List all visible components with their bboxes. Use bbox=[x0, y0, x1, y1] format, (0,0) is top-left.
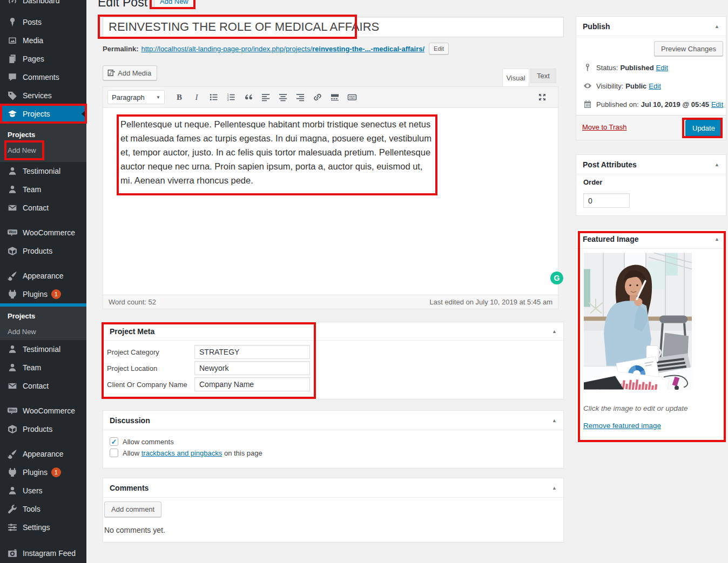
collapse-toggle-icon[interactable]: ▲ bbox=[714, 236, 719, 242]
active-item-arrow bbox=[82, 110, 86, 118]
project-category-label: Project Category bbox=[107, 348, 194, 356]
paragraph-format-dropdown[interactable]: Paragraph ▼ bbox=[107, 90, 165, 104]
sidebar-item-team[interactable]: Team bbox=[0, 180, 86, 199]
published-on-row: Published on:Jul 10, 2019 @ 05:45 Edit bbox=[583, 100, 723, 108]
sidebar-item-woocommerce[interactable]: WooCommerce bbox=[0, 223, 86, 242]
post-body-text[interactable]: Pellentesque ut neque. Pellentesque habi… bbox=[120, 117, 437, 187]
fullscreen-button[interactable] bbox=[535, 90, 549, 104]
align-center-button[interactable] bbox=[276, 90, 290, 104]
box-icon bbox=[8, 424, 17, 434]
preview-changes-button[interactable]: Preview Changes bbox=[654, 41, 723, 56]
editor-content-area[interactable]: Pellentesque ut neque. Pellentesque habi… bbox=[103, 108, 558, 295]
link-icon bbox=[313, 92, 322, 102]
plug-icon bbox=[8, 289, 17, 299]
grammarly-icon[interactable]: G bbox=[550, 272, 563, 284]
sidebar-item-instagram-feed[interactable]: Instagram Feed bbox=[0, 544, 86, 562]
project-location-input[interactable] bbox=[194, 361, 310, 375]
project-category-input[interactable] bbox=[194, 345, 310, 359]
sidebar-item-products[interactable]: Products bbox=[0, 420, 86, 438]
sidebar-item-testimonial[interactable]: Testimonial bbox=[0, 340, 86, 358]
bullet-list-button[interactable] bbox=[207, 90, 221, 104]
allow-comments-checkbox[interactable]: ✓ bbox=[110, 437, 118, 446]
sidebar-item-dashboard[interactable]: Dashboard bbox=[0, 0, 86, 10]
wrench-icon bbox=[8, 504, 17, 514]
post-attributes-title: Post Attributes bbox=[583, 160, 637, 169]
allow-trackbacks-checkbox[interactable] bbox=[110, 449, 118, 457]
sidebar-item-projects[interactable]: Projects bbox=[0, 105, 86, 123]
featured-image-title: Featured Image bbox=[583, 235, 638, 243]
comments-panel: Comments ▲ bbox=[103, 478, 564, 542]
numbered-list-button[interactable] bbox=[224, 90, 238, 104]
sidebar-item-team[interactable]: Team bbox=[0, 358, 86, 377]
align-left-button[interactable] bbox=[259, 90, 273, 104]
eye-icon bbox=[583, 82, 592, 90]
submenu-item-add-new[interactable]: Add New bbox=[0, 324, 86, 340]
insert-link-button[interactable] bbox=[311, 90, 325, 104]
move-to-trash-link[interactable]: Move to Trash bbox=[582, 123, 626, 131]
sidebar-item-contact[interactable]: Contact bbox=[0, 377, 86, 395]
sidebar-item-testimonial[interactable]: Testimonial bbox=[0, 162, 86, 180]
sidebar-item-posts[interactable]: Posts bbox=[0, 13, 86, 31]
featured-image-thumbnail[interactable] bbox=[584, 253, 692, 390]
sidebar-item-products[interactable]: Products bbox=[0, 242, 86, 260]
align-right-button[interactable] bbox=[293, 90, 307, 104]
project-location-label: Project Location bbox=[107, 364, 194, 372]
collapse-toggle-icon[interactable]: ▲ bbox=[552, 418, 557, 423]
tab-text[interactable]: Text bbox=[530, 69, 556, 83]
comment-bubble-icon bbox=[8, 72, 17, 82]
project-location-row: Project Location bbox=[107, 361, 310, 375]
sidebar-item-woocommerce[interactable]: WooCommerce bbox=[0, 402, 86, 420]
collapse-toggle-icon[interactable]: ▲ bbox=[552, 329, 557, 334]
submenu-item-projects[interactable]: Projects bbox=[0, 309, 86, 324]
sidebar-item-plugins[interactable]: Plugins1 bbox=[0, 285, 86, 303]
remove-featured-image-link[interactable]: Remove featured image bbox=[583, 422, 661, 430]
chevron-down-icon: ▼ bbox=[156, 95, 160, 100]
submenu-item-projects[interactable]: Projects bbox=[0, 127, 86, 143]
edit-published-date-link[interactable]: Edit bbox=[711, 100, 723, 108]
allow-comments-row: ✓ Allow comments bbox=[110, 437, 174, 446]
project-meta-title: Project Meta bbox=[110, 327, 154, 336]
add-comment-button[interactable]: Add comment bbox=[104, 501, 161, 517]
trackbacks-pingbacks-link[interactable]: trackbacks and pingbacks bbox=[141, 449, 223, 457]
sidebar-item-pages[interactable]: Pages bbox=[0, 50, 86, 68]
sidebar-item-appearance[interactable]: Appearance bbox=[0, 267, 86, 285]
update-button[interactable]: Update bbox=[685, 120, 722, 136]
submenu-item-add-new[interactable]: Add New bbox=[0, 143, 86, 159]
add-new-button[interactable]: Add New bbox=[154, 0, 194, 9]
order-input[interactable] bbox=[583, 193, 630, 208]
sidebar-item-appearance[interactable]: Appearance bbox=[0, 445, 86, 463]
collapse-toggle-icon[interactable]: ▲ bbox=[714, 24, 719, 29]
collapse-toggle-icon[interactable]: ▲ bbox=[714, 162, 719, 167]
sidebar-item-services[interactable]: Services bbox=[0, 86, 86, 105]
sidebar-item-plugins[interactable]: Plugins1 bbox=[0, 463, 86, 481]
italic-button[interactable]: I bbox=[190, 90, 204, 104]
person-icon bbox=[8, 363, 17, 372]
toolbar-toggle-button[interactable] bbox=[345, 90, 359, 104]
check-icon: ✓ bbox=[111, 438, 117, 446]
person-icon bbox=[8, 166, 17, 176]
editor-status-bar: Word count: 52 Last edited on July 10, 2… bbox=[103, 295, 558, 309]
edit-status-link[interactable]: Edit bbox=[656, 64, 668, 72]
read-more-button[interactable] bbox=[328, 90, 342, 104]
sidebar-item-settings[interactable]: Settings bbox=[0, 518, 86, 537]
blockquote-button[interactable] bbox=[241, 90, 255, 104]
post-title-input[interactable] bbox=[103, 17, 564, 37]
sidebar-item-media[interactable]: Media bbox=[0, 31, 86, 50]
add-media-button[interactable]: Add Media bbox=[103, 65, 157, 80]
sidebar-item-users[interactable]: Users bbox=[0, 481, 86, 500]
collapse-toggle-icon[interactable]: ▲ bbox=[552, 485, 557, 491]
bold-button[interactable]: B bbox=[172, 90, 186, 104]
bullet-list-icon bbox=[209, 92, 219, 102]
word-count: Word count: 52 bbox=[109, 298, 156, 306]
dashboard-icon bbox=[8, 0, 17, 5]
permalink-edit-button[interactable]: Edit bbox=[429, 43, 449, 55]
blockquote-icon bbox=[244, 92, 253, 102]
sidebar-item-comments[interactable]: Comments bbox=[0, 68, 86, 86]
client-company-input[interactable] bbox=[194, 377, 310, 391]
sidebar-item-tools[interactable]: Tools bbox=[0, 500, 86, 518]
add-media-icon bbox=[107, 69, 115, 77]
sidebar-item-contact[interactable]: Contact bbox=[0, 199, 86, 217]
edit-visibility-link[interactable]: Edit bbox=[649, 82, 660, 90]
permalink-link[interactable]: http://localhost/alt-landing-page-pro/in… bbox=[141, 45, 424, 53]
tab-visual[interactable]: Visual bbox=[502, 69, 529, 87]
